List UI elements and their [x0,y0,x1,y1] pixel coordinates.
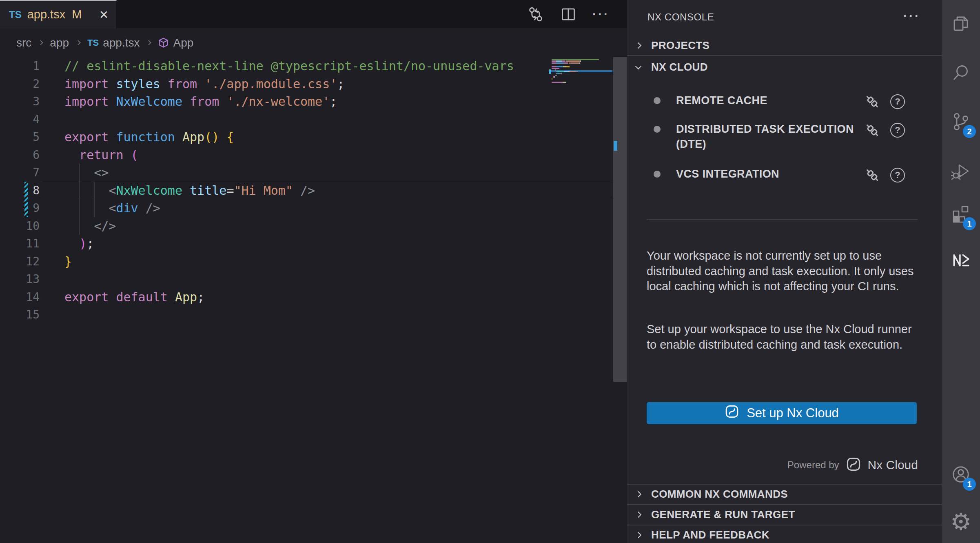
line-number: 5 [0,128,40,146]
section-common-nx-commands[interactable]: COMMON NX COMMANDS [627,484,942,503]
split-editor-button[interactable] [559,5,578,24]
activity-item-nx-console[interactable] [942,240,980,279]
ts-icon: TS [9,9,22,20]
breadcrumb-item-app[interactable]: app [50,36,69,49]
help-icon[interactable]: ? [889,93,906,110]
code-line[interactable]: 12} [0,253,613,271]
minimap-line [552,71,578,72]
panel-title: NX CONSOLE [647,11,714,23]
activity-item-accounts[interactable]: 1 [942,455,980,494]
editor-group: TS app.tsx M × ··· srcappTSapp.tsxApp 1/… [0,0,627,543]
code-line[interactable]: 9 <div /> [0,199,613,217]
activity-item-source-control[interactable]: 2 [942,102,980,141]
chevron-right-icon [75,40,81,45]
open-changes-button[interactable] [526,5,545,24]
section-nx-cloud[interactable]: NX CLOUD [627,56,942,78]
help-icon[interactable]: ? [889,122,906,139]
help-icon[interactable]: ? [889,167,906,184]
setup-hint-text: Set up your workspace to use the Nx Clou… [647,322,920,352]
breadcrumb-item-app-tsx[interactable]: TSapp.tsx [87,36,140,49]
tab-app-tsx[interactable]: TS app.tsx M × [0,0,117,28]
code-line[interactable]: 6 return ( [0,146,613,164]
code-line[interactable]: 13 [0,270,613,288]
code-line[interactable]: 10 </> [0,217,613,235]
nx-console-panel: NX CONSOLE ··· PROJECTS NX CLOUD REMOTE … [627,0,942,543]
modified-badge: M [72,8,82,21]
activity-item-search[interactable] [942,53,980,92]
setup-nx-cloud-button[interactable]: Set up Nx Cloud [647,402,917,424]
symbol-module-icon [158,37,169,48]
chevron-right-icon [635,491,642,497]
minimap-line [552,59,599,60]
activity-item-run-and-debug[interactable] [942,152,980,191]
feature-label: DISTRIBUTED TASK EXECUTION (DTE) [676,122,864,160]
code-line[interactable]: 5export function App() { [0,128,613,146]
line-number: 6 [0,146,40,164]
chevron-right-icon [635,42,642,49]
connect-icon[interactable] [864,122,881,139]
minimap-modified-tick [549,69,551,74]
section-help-and-feedback[interactable]: HELP AND FEEDBACK [627,525,942,543]
section-projects[interactable]: PROJECTS [627,36,942,55]
divider [647,219,918,220]
breadcrumb-item-app[interactable]: App [158,36,193,49]
nx-cloud-brand: Nx Cloud [868,458,918,472]
feature-row-distributed: DISTRIBUTED TASK EXECUTION (DTE)? [627,122,906,160]
code-lines: 1// eslint-disable-next-line @typescript… [0,57,613,324]
code-line[interactable]: 11 ); [0,235,613,253]
close-icon[interactable]: × [100,7,108,22]
minimap[interactable] [549,57,613,543]
code-editor[interactable]: 1// eslint-disable-next-line @typescript… [0,57,627,543]
code-line[interactable]: 8 <NxWelcome title="Hi Mom" /> [0,182,613,200]
more-actions-button[interactable]: ··· [592,5,610,24]
minimap-line [552,60,581,62]
count-badge: 1 [963,478,976,491]
chevron-right-icon [635,532,642,538]
workspace-status-text: Your workspace is not currently set up t… [647,248,920,294]
line-number: 7 [0,164,40,182]
setup-button-label: Set up Nx Cloud [747,406,839,421]
minimap-line [552,68,559,69]
status-dot-icon [654,126,661,133]
minimap-line [552,76,555,78]
connect-icon[interactable] [864,93,881,110]
nx-cloud-icon [725,404,739,422]
code-line[interactable]: 4 [0,111,613,129]
line-number: 3 [0,93,40,111]
minimap-line [552,73,562,74]
breadcrumb-label: App [173,36,193,49]
powered-by-label: Powered by [787,459,839,471]
activity-bar: 211⚙ [942,0,980,543]
section-generate-run-target[interactable]: GENERATE & RUN TARGET [627,504,942,524]
code-line[interactable]: 2import styles from './app.module.css'; [0,75,613,93]
overview-modified-marker [614,141,617,151]
activity-item-extensions[interactable]: 1 [942,194,980,234]
line-number: 14 [0,288,40,306]
editor-scrollbar[interactable] [613,57,627,543]
minimap-line [552,75,557,76]
line-number: 10 [0,217,40,235]
code-line[interactable]: 15 [0,306,613,324]
code-line[interactable]: 3import NxWelcome from './nx-welcome'; [0,93,613,111]
feature-label: REMOTE CACHE [676,93,864,116]
section-label: HELP AND FEEDBACK [651,529,769,541]
code-line[interactable]: 7 <> [0,164,613,182]
scrollbar-slider[interactable] [613,57,627,382]
code-line[interactable]: 14export default App; [0,288,613,306]
line-number: 13 [0,270,40,288]
line-number: 8 [0,182,40,200]
breadcrumb-item-src[interactable]: src [16,36,31,49]
connect-icon[interactable] [864,167,881,184]
line-number: 4 [0,111,40,129]
minimap-line [552,69,556,71]
more-actions-icon[interactable]: ··· [903,9,920,23]
status-dot-icon [654,171,661,178]
activity-item-explorer[interactable] [942,4,980,43]
powered-by: Powered by Nx Cloud [787,456,918,474]
code-line[interactable]: 1// eslint-disable-next-line @typescript… [0,57,613,75]
ts-icon: TS [87,38,99,48]
line-number: 1 [0,57,40,75]
breadcrumb-label: app [50,36,69,49]
activity-item-manage-settings[interactable]: ⚙ [942,502,980,541]
vscode-window: TS app.tsx M × ··· srcappTSapp.tsxApp 1/… [0,0,980,543]
